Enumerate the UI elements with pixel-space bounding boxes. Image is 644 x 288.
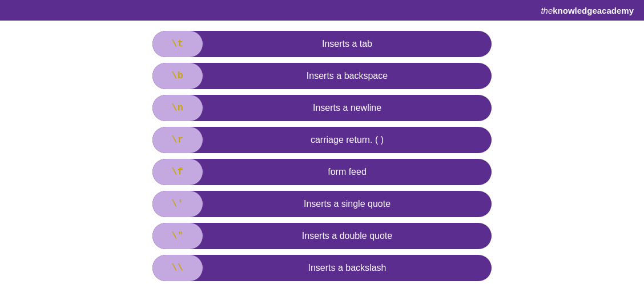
row-description: carriage return. ( ) [203,135,492,145]
row-description: Inserts a single quote [203,199,492,209]
row-description: Inserts a tab [203,39,492,49]
code-badge: \f [152,159,203,185]
escape-sequence-row: \tInserts a tab [152,31,492,57]
row-description: Inserts a newline [203,103,492,113]
code-badge: \r [152,127,203,153]
escape-sequence-row: \fform feed [152,159,492,185]
escape-sequence-row: \bInserts a backspace [152,63,492,89]
escape-sequence-row: \nInserts a newline [152,95,492,121]
escape-sequence-row: \"Inserts a double quote [152,223,492,249]
main-content: \tInserts a tab\bInserts a backspace\nIn… [0,21,644,288]
row-description: Inserts a backslash [203,263,492,273]
code-badge: \t [152,31,203,57]
code-badge: \\ [152,255,203,281]
code-badge: \b [152,63,203,89]
brand-logo: theknowledgeacademy [541,6,634,15]
code-badge: \n [152,95,203,121]
header-bar: theknowledgeacademy [0,0,644,21]
code-badge: \" [152,223,203,249]
brand-bold: knowledgeacademy [553,6,634,15]
escape-sequence-row: \rcarriage return. ( ) [152,127,492,153]
row-description: form feed [203,167,492,177]
escape-sequence-row: \'Inserts a single quote [152,191,492,217]
code-badge: \' [152,191,203,217]
escape-sequence-row: \\Inserts a backslash [152,255,492,281]
brand-italic: the [541,6,553,15]
row-description: Inserts a double quote [203,231,492,241]
row-description: Inserts a backspace [203,71,492,81]
